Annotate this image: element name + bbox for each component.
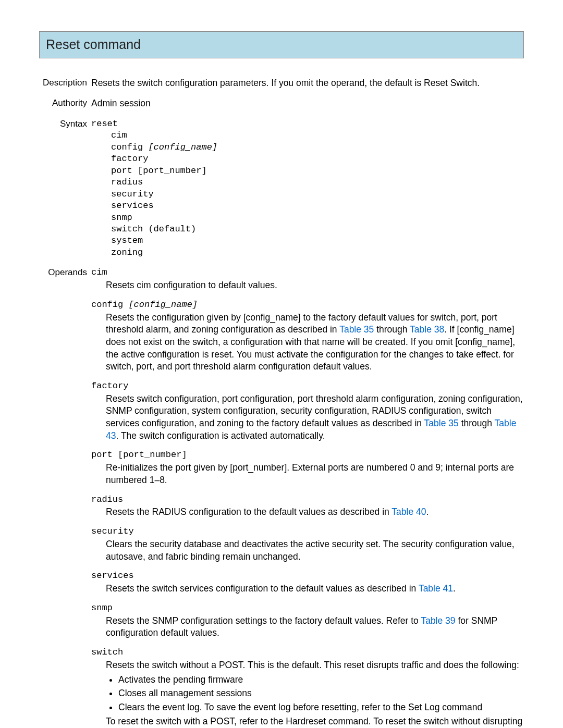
syntax-line: radius — [111, 177, 524, 188]
table-link[interactable]: Table 40 — [391, 507, 426, 517]
description-row: Description Resets the switch configurat… — [39, 77, 524, 90]
table-link[interactable]: Table 35 — [339, 324, 374, 335]
operand-config: config [config_name] Resets the configur… — [91, 299, 524, 373]
list-item: Closes all management sessions — [118, 687, 524, 700]
operands-label: Operands — [39, 267, 91, 279]
description-text: Resets the switch configuration paramete… — [91, 77, 524, 90]
syntax-line: snmp — [111, 212, 524, 224]
table-link[interactable]: Table 35 — [424, 418, 459, 428]
switch-bullet-list: Activates the pending firmware Closes al… — [106, 674, 524, 714]
syntax-label: Syntax — [39, 118, 91, 130]
operand-term: security — [91, 526, 524, 538]
operand-desc: Resets switch configuration, port config… — [91, 393, 524, 442]
operand-factory: factory Resets switch configuration, por… — [91, 380, 524, 442]
operand-cim: cim Resets cim configuration to default … — [91, 267, 524, 292]
authority-label: Authority — [39, 97, 91, 109]
operand-desc: Resets the configuration given by [confi… — [91, 312, 524, 373]
syntax-command: reset — [91, 118, 524, 130]
operand-term: snmp — [91, 602, 524, 614]
authority-text: Admin session — [91, 97, 524, 110]
operand-term: port [port_number] — [91, 449, 524, 461]
operand-desc: Resets the switch without a POST. This i… — [91, 659, 524, 728]
operand-desc: Re-initializes the port given by [port_n… — [91, 462, 524, 486]
operand-desc: Resets the RADIUS configuration to the d… — [91, 506, 524, 519]
operands-row: Operands cim Resets cim configuration to… — [39, 267, 524, 728]
syntax-line: services — [111, 200, 524, 212]
syntax-line: port [port_number] — [111, 165, 524, 177]
operand-term: switch — [91, 647, 524, 659]
operand-switch: switch Resets the switch without a POST.… — [91, 647, 524, 728]
syntax-line: switch (default) — [111, 224, 524, 235]
table-link[interactable]: Table 41 — [419, 583, 453, 594]
operand-term: radius — [91, 494, 524, 506]
operand-port: port [port_number] Re-initializes the po… — [91, 449, 524, 486]
syntax-options: cim config [config_name] factory port [p… — [91, 130, 524, 258]
operand-desc: Resets cim configuration to default valu… — [91, 279, 524, 292]
section-title-box: Reset command — [39, 31, 524, 58]
operand-radius: radius Resets the RADIUS configuration t… — [91, 494, 524, 519]
operands-content: cim Resets cim configuration to default … — [91, 267, 524, 728]
operand-desc: Resets the switch services configuration… — [91, 583, 524, 595]
operand-term: config [config_name] — [91, 299, 524, 311]
table-link[interactable]: Table 39 — [421, 615, 455, 626]
operand-term: cim — [91, 267, 524, 279]
list-item: Clears the event log. To save the event … — [118, 701, 524, 714]
operand-services: services Resets the switch services conf… — [91, 570, 524, 595]
operand-desc: Resets the SNMP configuration settings t… — [91, 615, 524, 639]
syntax-content: reset cim config [config_name] factory p… — [91, 118, 524, 258]
description-label: Description — [39, 77, 91, 89]
authority-row: Authority Admin session — [39, 97, 524, 110]
syntax-line: zoning — [111, 247, 524, 258]
operand-snmp: snmp Resets the SNMP configuration setti… — [91, 602, 524, 639]
operand-security: security Clears the security database an… — [91, 526, 524, 563]
list-item: Activates the pending firmware — [118, 674, 524, 686]
syntax-line: cim — [111, 130, 524, 141]
section-title: Reset command — [46, 36, 517, 54]
table-link[interactable]: Table 38 — [410, 324, 444, 335]
syntax-line: factory — [111, 153, 524, 165]
syntax-row: Syntax reset cim config [config_name] fa… — [39, 118, 524, 258]
operand-term: factory — [91, 380, 524, 392]
operand-term: services — [91, 570, 524, 582]
syntax-line: security — [111, 189, 524, 200]
syntax-line: system — [111, 235, 524, 246]
operand-desc: Clears the security database and deactiv… — [91, 538, 524, 563]
syntax-line: config [config_name] — [111, 142, 524, 153]
